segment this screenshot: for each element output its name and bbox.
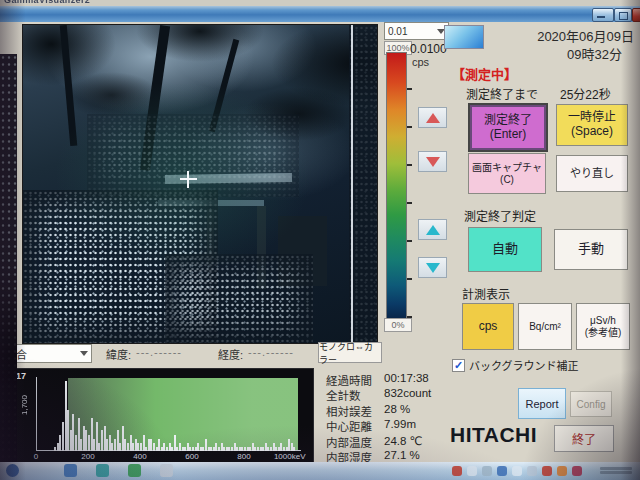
latitude-value: ---.------ xyxy=(136,346,182,358)
scale-up-button-red[interactable] xyxy=(418,107,447,128)
taskbar-app-icon[interactable] xyxy=(160,464,173,477)
time-label: 09時32分 xyxy=(500,44,622,63)
tray-icon[interactable] xyxy=(542,466,552,476)
end-measurement-button[interactable]: 測定終了 (Enter) xyxy=(468,103,548,152)
config-button[interactable]: Config xyxy=(570,391,612,417)
display-bqcm2-button[interactable]: Bq/cm² xyxy=(518,303,572,350)
start-button[interactable] xyxy=(6,464,19,477)
hitachi-logo: HITACHI xyxy=(450,423,537,447)
minimize-icon xyxy=(597,16,605,18)
report-button[interactable]: Report xyxy=(518,388,566,419)
auto-label: 自動 xyxy=(492,242,518,257)
camera-green-tint xyxy=(23,25,377,343)
maximize-button[interactable] xyxy=(614,8,632,22)
colorbar-tick xyxy=(407,202,412,204)
screen-capture-button[interactable]: 画面キャプチャ (C) xyxy=(468,153,546,194)
background-correction-checkbox[interactable]: ✓ xyxy=(452,359,465,372)
spectrum-histogram: 17 1,700 02004006008001000keV xyxy=(5,368,314,464)
x-tick-label: 0 xyxy=(34,452,38,461)
colorbar-min-label: 0% xyxy=(384,318,412,332)
tray-icon[interactable] xyxy=(497,466,507,476)
pause-button[interactable]: 一時停止 (Space) xyxy=(556,104,628,146)
y-max-label: 17 xyxy=(16,371,26,381)
colorbar-tick xyxy=(407,164,412,166)
scale-range-select[interactable]: 0.01 xyxy=(384,22,449,40)
colorbar-tick xyxy=(407,240,412,242)
mono-color-label: モノクロ⇔カラー xyxy=(319,340,381,366)
x-tick-label: 400 xyxy=(133,452,146,461)
taskbar-app-icon[interactable] xyxy=(96,464,109,477)
background-correction-label: バックグラウンド補正 xyxy=(469,357,579,373)
mono-color-toggle-button[interactable]: モノクロ⇔カラー xyxy=(318,342,382,363)
tray-icon[interactable] xyxy=(512,466,522,476)
window-title: GammaVisualizer2 xyxy=(4,0,90,5)
readout-label: 経過時間 xyxy=(326,372,372,388)
remaining-time-value: 25分22秒 xyxy=(560,85,611,102)
taskbar-app-icon[interactable] xyxy=(64,464,77,477)
colormap-sample-swatch[interactable] xyxy=(444,25,484,49)
tray-icon[interactable] xyxy=(452,466,462,476)
pause-key: (Space) xyxy=(571,125,613,139)
readout-label: 全計数 xyxy=(326,387,361,403)
display-usvh-button[interactable]: μSv/h (参考値) xyxy=(576,303,630,350)
windows-taskbar xyxy=(0,462,640,480)
display-mode-section-label: 計測表示 xyxy=(462,285,510,302)
tray-icon[interactable] xyxy=(482,466,492,476)
x-tick-label: 800 xyxy=(237,452,250,461)
y-axis-label: 1,700 xyxy=(20,395,29,415)
taskbar-clock[interactable] xyxy=(600,466,632,476)
readout-label: 中心距離 xyxy=(326,418,372,434)
manual-label: 手動 xyxy=(578,242,604,257)
x-tick-label: 1000keV xyxy=(274,452,306,461)
arrow-up-icon xyxy=(426,113,440,123)
monitor-photo: GammaVisualizer2 0.01 100% 0.0100 cps 0% xyxy=(0,0,640,480)
colorbar-tick xyxy=(407,126,412,128)
scale-down-button-cyan[interactable] xyxy=(418,257,447,278)
screen-capture-label: 画面キャプチャ xyxy=(472,162,542,174)
longitude-value: ---.------ xyxy=(248,346,294,358)
camera-view xyxy=(22,24,378,344)
readout-value: 832count xyxy=(384,387,431,399)
x-tick-label: 600 xyxy=(185,452,198,461)
screen-capture-key: (C) xyxy=(500,174,514,186)
arrow-down-icon xyxy=(426,263,440,273)
retry-button[interactable]: やり直し xyxy=(556,155,628,192)
colorbar-tick xyxy=(407,88,412,90)
photo-background-edge xyxy=(0,54,17,462)
usvh-label: μSv/h xyxy=(590,315,616,327)
minimize-button[interactable] xyxy=(592,8,614,22)
camera-roi-line xyxy=(351,25,353,343)
bqcm2-label: Bq/cm² xyxy=(529,321,561,333)
manual-judgement-button[interactable]: 手動 xyxy=(554,229,628,270)
scale-value: 0.0100 xyxy=(410,42,447,56)
exit-label: 終了 xyxy=(572,430,596,447)
spectrum-bars xyxy=(36,381,301,451)
readout-label: 内部温度 xyxy=(326,434,372,450)
scale-down-button-red[interactable] xyxy=(418,151,447,172)
date-label: 2020年06月09日 xyxy=(500,26,634,45)
arrow-up-icon xyxy=(426,225,440,235)
close-button[interactable] xyxy=(632,8,640,22)
end-measurement-label: 測定終了 xyxy=(484,114,532,128)
tray-icon[interactable] xyxy=(572,466,582,476)
tray-icon[interactable] xyxy=(527,466,537,476)
auto-judgement-button[interactable]: 自動 xyxy=(468,227,542,272)
arrow-down-icon xyxy=(426,157,440,167)
chevron-down-icon xyxy=(80,351,88,356)
scale-up-button-cyan[interactable] xyxy=(418,219,447,240)
pause-label: 一時停止 xyxy=(568,111,616,125)
display-cps-button[interactable]: cps xyxy=(462,303,514,350)
exit-button[interactable]: 終了 xyxy=(554,425,614,452)
tray-icon[interactable] xyxy=(467,466,477,476)
latitude-label: 緯度: xyxy=(106,346,131,362)
readout-value: 7.99m xyxy=(384,418,416,430)
taskbar-app-icon[interactable] xyxy=(128,464,141,477)
readout-value: 27.1 % xyxy=(384,449,420,461)
scale-range-value: 0.01 xyxy=(388,26,407,37)
cps-label: cps xyxy=(479,320,498,334)
tray-icon[interactable] xyxy=(557,466,567,476)
background-correction-row: ✓ バックグラウンド補正 xyxy=(452,357,579,373)
usvh-note-label: (参考値) xyxy=(585,327,622,339)
judgement-section-label: 測定終了判定 xyxy=(464,207,536,224)
retry-label: やり直し xyxy=(570,167,614,180)
